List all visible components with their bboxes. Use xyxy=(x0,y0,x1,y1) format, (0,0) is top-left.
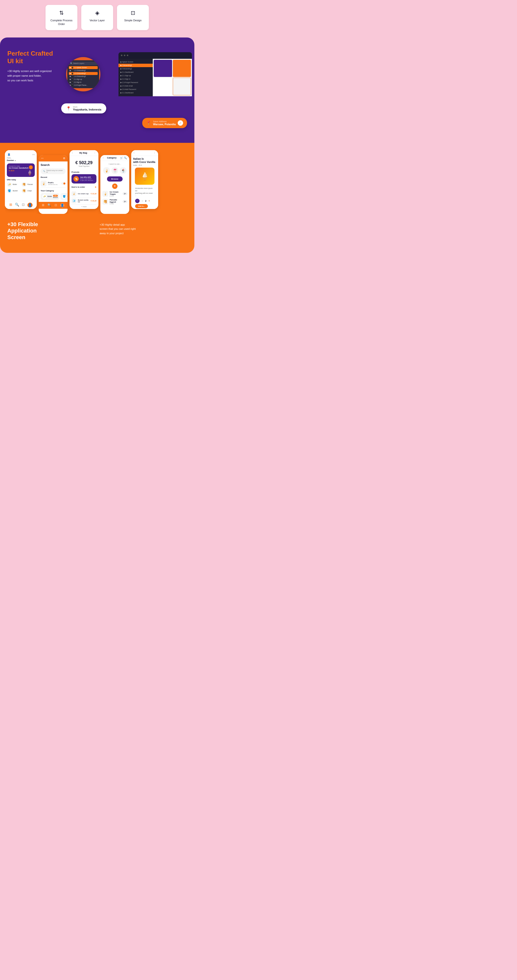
search-navbar: ⊞ 🔍 ⊡ 👤 xyxy=(39,202,68,209)
layer-item-forgot: ▶ 📱 2.3-Forgot Passw... xyxy=(69,84,98,87)
bag-body: € 502,29 Total Payment Promote 🏷️ Get 25… xyxy=(70,156,98,209)
sidebar-item-dashboard2: ▶ 3.1-Dashboard xyxy=(119,91,153,95)
address-work-label: Work xyxy=(73,106,101,108)
fruits-text: Fruit's 3 kinds ice cre.. xyxy=(48,181,60,185)
home-avatar: 👤 xyxy=(7,153,11,157)
purple-text-block: Perfect Crafted UI kit +30 Highly screen… xyxy=(7,50,56,83)
butter-icon: 🧈 xyxy=(7,182,12,187)
address-card-work: 📍 Work Yogyakarta, Indonesia xyxy=(61,103,106,113)
crepe-icon: 🥞 xyxy=(22,188,27,193)
search-header: 9:41 ⊡ xyxy=(39,155,68,161)
laptop-sidebar: ▶ Splash Screen ▶ Onboarding1 ▶ Onboardi… xyxy=(119,59,153,96)
bucket-vanilla-price: € 10,10 xyxy=(91,200,97,202)
category-items: 🧈 Butter 234 Discount 🪣 Bucket 38 Menu xyxy=(41,193,66,200)
layers-search-label: Search Layers xyxy=(73,62,84,64)
nav-profile[interactable]: 👤 xyxy=(27,203,33,207)
laptop-dot-2 xyxy=(124,55,125,56)
counter-plus[interactable]: + xyxy=(148,199,150,203)
counter-minus[interactable]: − xyxy=(141,199,143,203)
home-heart-icon[interactable]: ♡ xyxy=(29,165,33,169)
pancake-egg-name: Pancake Eggroll xyxy=(109,199,121,203)
badge-234: 234 xyxy=(53,195,58,197)
bag-amount-value: € 502,29 xyxy=(71,160,97,165)
orange-right-text: +30 Highly detail appscreen that you can… xyxy=(100,221,187,240)
tripple-icon: 🍦 xyxy=(102,191,108,197)
search-title: Search xyxy=(41,164,66,166)
italian-heart-icon[interactable]: ♡ xyxy=(135,199,140,203)
fruits-icon: 🍦 xyxy=(41,181,46,186)
pancake-badge: 1+ xyxy=(123,200,127,203)
address-work-value: Yogyakarta, Indonesia xyxy=(73,108,101,111)
vanilla-bucket-icon: 🧊 xyxy=(71,199,76,204)
nav2-bag[interactable]: ⊡ xyxy=(55,204,57,207)
nav-home[interactable]: ⊞ xyxy=(9,203,12,207)
laptop-card-1 xyxy=(154,60,172,77)
bag-amount-label: Total Payment xyxy=(71,165,97,167)
tripple-info: Ice Cream Tripple € 5,15 xyxy=(109,191,121,197)
italian-product-image: 🍦 xyxy=(135,167,154,185)
cat-butter-icon: 🧈 xyxy=(42,194,46,199)
search-input-bar[interactable]: 🔍 Search any ice cream or xyxy=(41,168,66,174)
add-to-bag-button[interactable]: Add to... xyxy=(135,204,148,208)
cat-title: Category xyxy=(107,157,117,159)
italian-title: Italian Icwith Coco Vanilla xyxy=(133,157,156,164)
items-order-label: Item's to order + xyxy=(71,186,97,189)
search-header-time: 9:41 xyxy=(41,158,44,159)
pancake-egg-icon: 🥞 xyxy=(102,199,108,205)
home-offer-label: Offer today xyxy=(7,179,35,181)
italian-body: Italian Icwith Coco Vanilla Antle - 23.6… xyxy=(131,156,158,209)
home-items-grid: 🧈 Butter 🥞 Pancak 🪣 Bucket 🥞 Crepe xyxy=(7,182,35,193)
promo-tag-icon: 🏷️ xyxy=(73,176,79,181)
cart-icon[interactable]: 🛒 xyxy=(120,157,123,159)
home-item-bucket: 🪣 Bucket xyxy=(7,188,20,193)
bag-item-bucket: 🧊 Bucket vanilla ice € 10,10 xyxy=(71,197,97,205)
layers-search-bar: 🔍 Search Layers xyxy=(69,62,98,65)
cat-item-tripple: 🍦 Ice Cream Tripple € 5,15 1+ xyxy=(102,190,127,198)
laptop-main-area xyxy=(153,59,192,96)
laptop-dot-1 xyxy=(121,55,122,56)
cat-icon-2: 🍧 xyxy=(111,167,118,174)
layers-panel: 🔍 Search Layers ▶ 📱 1.1-Splash Screen ▶ … xyxy=(67,60,99,88)
home-item-crepe: 🥞 Crepe xyxy=(22,188,35,193)
cat-butter-badge: 234 Discount xyxy=(53,195,58,198)
nav2-home[interactable]: ⊞ xyxy=(42,204,44,207)
bag-header: ‹ My Bag ⋮ xyxy=(70,150,98,156)
browse-button[interactable]: Browse xyxy=(107,177,123,181)
phone-category: ‹ Category 🛒 🔍 I want to eat... 🍦 🍧 🍨 Br… xyxy=(100,155,129,214)
recent-label: Recent xyxy=(41,176,66,178)
phone-home: 👤 9:41 Hello, Damian ⌄ Dessert for today… xyxy=(5,150,37,209)
italian-header: ‹ ⋮ xyxy=(131,150,158,156)
check-icon: ✓ xyxy=(178,120,183,126)
toggle-knob xyxy=(63,183,65,185)
home-user: Damian ⌄ xyxy=(7,159,35,161)
sidebar-item-dashboard: ▶ 3.1-Dashboard xyxy=(119,70,153,74)
italian-counter: ♡ − 2 + xyxy=(133,198,156,204)
address-save-info: Save Address Warsaw, Polandia xyxy=(153,120,176,126)
purple-title: Perfect Crafted UI kit xyxy=(7,50,56,65)
nav2-search[interactable]: 🔍 xyxy=(48,204,51,207)
search-icon: 🔍 xyxy=(70,62,73,64)
home-hero-image: 🍦 xyxy=(27,170,33,176)
features-section: ⇅ Complete Process Order ◈ Vector Layer … xyxy=(0,0,194,38)
cat-search-icon[interactable]: 🔍 xyxy=(124,157,127,159)
search-bar-icon: 🔍 xyxy=(43,170,45,172)
nav2-profile[interactable]: 👤 xyxy=(60,204,64,207)
process-icon: ⇅ xyxy=(59,10,63,16)
nav-search[interactable]: 🔍 xyxy=(15,203,19,207)
cat-icons-header: 🛒 🔍 xyxy=(120,157,127,159)
fruits-sub: 3 kinds ice cre.. xyxy=(48,184,60,185)
cat-icon-3: 🍨 xyxy=(120,167,127,174)
nav-bag[interactable]: ⊡ xyxy=(22,203,25,207)
fruits-toggle[interactable] xyxy=(61,182,66,185)
more-items[interactable]: + more xyxy=(71,206,97,207)
phone-bag: ‹ My Bag ⋮ € 502,29 Total Payment Promot… xyxy=(70,150,98,209)
feature-card-vector: ◈ Vector Layer xyxy=(81,5,113,30)
cup-name: Ice cream cup xyxy=(78,193,89,194)
category-label: Your Category xyxy=(41,189,66,192)
cat-butter: 🧈 Butter 234 Discount xyxy=(41,193,59,200)
home-item-crepe-label: Crepe xyxy=(27,190,32,192)
purple-section: Perfect Crafted UI kit +30 Highly screen… xyxy=(0,38,194,143)
arrow-down-icon: ▼ xyxy=(112,183,117,189)
add-item-icon[interactable]: + xyxy=(95,186,97,189)
cat-butter-name: Butter xyxy=(48,196,52,197)
